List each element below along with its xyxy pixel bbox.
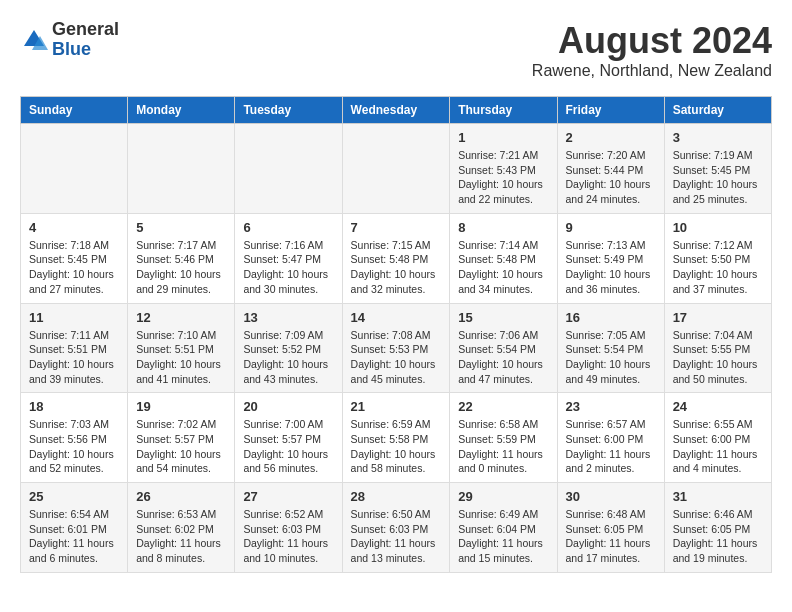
day-number: 27 xyxy=(243,489,333,504)
calendar-cell: 19Sunrise: 7:02 AM Sunset: 5:57 PM Dayli… xyxy=(128,393,235,483)
logo-blue-text: Blue xyxy=(52,39,91,59)
day-number: 15 xyxy=(458,310,548,325)
day-info: Sunrise: 6:50 AM Sunset: 6:03 PM Dayligh… xyxy=(351,507,442,566)
calendar-cell: 2Sunrise: 7:20 AM Sunset: 5:44 PM Daylig… xyxy=(557,124,664,214)
day-number: 7 xyxy=(351,220,442,235)
logo-text: General Blue xyxy=(52,20,119,60)
day-number: 20 xyxy=(243,399,333,414)
calendar-cell: 23Sunrise: 6:57 AM Sunset: 6:00 PM Dayli… xyxy=(557,393,664,483)
calendar-cell: 28Sunrise: 6:50 AM Sunset: 6:03 PM Dayli… xyxy=(342,483,450,573)
day-number: 11 xyxy=(29,310,119,325)
day-number: 6 xyxy=(243,220,333,235)
calendar-cell: 9Sunrise: 7:13 AM Sunset: 5:49 PM Daylig… xyxy=(557,213,664,303)
calendar-cell: 14Sunrise: 7:08 AM Sunset: 5:53 PM Dayli… xyxy=(342,303,450,393)
calendar-cell: 30Sunrise: 6:48 AM Sunset: 6:05 PM Dayli… xyxy=(557,483,664,573)
day-number: 12 xyxy=(136,310,226,325)
calendar-week-5: 25Sunrise: 6:54 AM Sunset: 6:01 PM Dayli… xyxy=(21,483,772,573)
day-info: Sunrise: 7:11 AM Sunset: 5:51 PM Dayligh… xyxy=(29,328,119,387)
calendar-cell: 8Sunrise: 7:14 AM Sunset: 5:48 PM Daylig… xyxy=(450,213,557,303)
day-number: 13 xyxy=(243,310,333,325)
day-number: 1 xyxy=(458,130,548,145)
day-number: 31 xyxy=(673,489,763,504)
calendar-cell: 5Sunrise: 7:17 AM Sunset: 5:46 PM Daylig… xyxy=(128,213,235,303)
calendar-week-4: 18Sunrise: 7:03 AM Sunset: 5:56 PM Dayli… xyxy=(21,393,772,483)
day-number: 8 xyxy=(458,220,548,235)
day-info: Sunrise: 6:59 AM Sunset: 5:58 PM Dayligh… xyxy=(351,417,442,476)
day-number: 28 xyxy=(351,489,442,504)
day-info: Sunrise: 7:18 AM Sunset: 5:45 PM Dayligh… xyxy=(29,238,119,297)
day-info: Sunrise: 7:13 AM Sunset: 5:49 PM Dayligh… xyxy=(566,238,656,297)
day-number: 19 xyxy=(136,399,226,414)
day-number: 16 xyxy=(566,310,656,325)
day-info: Sunrise: 6:46 AM Sunset: 6:05 PM Dayligh… xyxy=(673,507,763,566)
day-info: Sunrise: 6:49 AM Sunset: 6:04 PM Dayligh… xyxy=(458,507,548,566)
calendar-cell: 6Sunrise: 7:16 AM Sunset: 5:47 PM Daylig… xyxy=(235,213,342,303)
day-info: Sunrise: 6:55 AM Sunset: 6:00 PM Dayligh… xyxy=(673,417,763,476)
day-info: Sunrise: 7:12 AM Sunset: 5:50 PM Dayligh… xyxy=(673,238,763,297)
day-info: Sunrise: 6:58 AM Sunset: 5:59 PM Dayligh… xyxy=(458,417,548,476)
day-number: 24 xyxy=(673,399,763,414)
calendar-header-row: SundayMondayTuesdayWednesdayThursdayFrid… xyxy=(21,97,772,124)
day-info: Sunrise: 6:54 AM Sunset: 6:01 PM Dayligh… xyxy=(29,507,119,566)
header-monday: Monday xyxy=(128,97,235,124)
day-info: Sunrise: 7:02 AM Sunset: 5:57 PM Dayligh… xyxy=(136,417,226,476)
calendar-cell xyxy=(128,124,235,214)
main-title: August 2024 xyxy=(532,20,772,62)
day-info: Sunrise: 7:06 AM Sunset: 5:54 PM Dayligh… xyxy=(458,328,548,387)
calendar-week-1: 1Sunrise: 7:21 AM Sunset: 5:43 PM Daylig… xyxy=(21,124,772,214)
calendar-week-3: 11Sunrise: 7:11 AM Sunset: 5:51 PM Dayli… xyxy=(21,303,772,393)
day-info: Sunrise: 7:08 AM Sunset: 5:53 PM Dayligh… xyxy=(351,328,442,387)
day-number: 14 xyxy=(351,310,442,325)
calendar-cell: 31Sunrise: 6:46 AM Sunset: 6:05 PM Dayli… xyxy=(664,483,771,573)
day-info: Sunrise: 7:14 AM Sunset: 5:48 PM Dayligh… xyxy=(458,238,548,297)
calendar-cell: 10Sunrise: 7:12 AM Sunset: 5:50 PM Dayli… xyxy=(664,213,771,303)
day-number: 10 xyxy=(673,220,763,235)
calendar-cell: 21Sunrise: 6:59 AM Sunset: 5:58 PM Dayli… xyxy=(342,393,450,483)
day-info: Sunrise: 6:57 AM Sunset: 6:00 PM Dayligh… xyxy=(566,417,656,476)
calendar-cell xyxy=(21,124,128,214)
calendar-cell: 27Sunrise: 6:52 AM Sunset: 6:03 PM Dayli… xyxy=(235,483,342,573)
day-info: Sunrise: 7:09 AM Sunset: 5:52 PM Dayligh… xyxy=(243,328,333,387)
day-info: Sunrise: 7:10 AM Sunset: 5:51 PM Dayligh… xyxy=(136,328,226,387)
calendar-cell: 15Sunrise: 7:06 AM Sunset: 5:54 PM Dayli… xyxy=(450,303,557,393)
header-friday: Friday xyxy=(557,97,664,124)
day-number: 25 xyxy=(29,489,119,504)
day-number: 2 xyxy=(566,130,656,145)
page-header: General Blue August 2024 Rawene, Northla… xyxy=(20,20,772,80)
title-block: August 2024 Rawene, Northland, New Zeala… xyxy=(532,20,772,80)
calendar-cell: 12Sunrise: 7:10 AM Sunset: 5:51 PM Dayli… xyxy=(128,303,235,393)
calendar-cell: 18Sunrise: 7:03 AM Sunset: 5:56 PM Dayli… xyxy=(21,393,128,483)
header-saturday: Saturday xyxy=(664,97,771,124)
day-info: Sunrise: 7:20 AM Sunset: 5:44 PM Dayligh… xyxy=(566,148,656,207)
day-number: 3 xyxy=(673,130,763,145)
calendar-cell: 16Sunrise: 7:05 AM Sunset: 5:54 PM Dayli… xyxy=(557,303,664,393)
subtitle: Rawene, Northland, New Zealand xyxy=(532,62,772,80)
day-info: Sunrise: 7:21 AM Sunset: 5:43 PM Dayligh… xyxy=(458,148,548,207)
day-number: 26 xyxy=(136,489,226,504)
day-number: 18 xyxy=(29,399,119,414)
calendar-cell xyxy=(342,124,450,214)
calendar-week-2: 4Sunrise: 7:18 AM Sunset: 5:45 PM Daylig… xyxy=(21,213,772,303)
calendar-cell: 25Sunrise: 6:54 AM Sunset: 6:01 PM Dayli… xyxy=(21,483,128,573)
calendar-cell: 17Sunrise: 7:04 AM Sunset: 5:55 PM Dayli… xyxy=(664,303,771,393)
day-info: Sunrise: 7:19 AM Sunset: 5:45 PM Dayligh… xyxy=(673,148,763,207)
day-number: 21 xyxy=(351,399,442,414)
calendar-cell: 7Sunrise: 7:15 AM Sunset: 5:48 PM Daylig… xyxy=(342,213,450,303)
day-info: Sunrise: 6:48 AM Sunset: 6:05 PM Dayligh… xyxy=(566,507,656,566)
calendar-cell: 13Sunrise: 7:09 AM Sunset: 5:52 PM Dayli… xyxy=(235,303,342,393)
day-info: Sunrise: 6:53 AM Sunset: 6:02 PM Dayligh… xyxy=(136,507,226,566)
logo-general-text: General xyxy=(52,19,119,39)
day-info: Sunrise: 7:04 AM Sunset: 5:55 PM Dayligh… xyxy=(673,328,763,387)
header-wednesday: Wednesday xyxy=(342,97,450,124)
calendar-cell: 1Sunrise: 7:21 AM Sunset: 5:43 PM Daylig… xyxy=(450,124,557,214)
day-info: Sunrise: 7:00 AM Sunset: 5:57 PM Dayligh… xyxy=(243,417,333,476)
logo-icon xyxy=(20,26,48,54)
header-sunday: Sunday xyxy=(21,97,128,124)
day-info: Sunrise: 7:15 AM Sunset: 5:48 PM Dayligh… xyxy=(351,238,442,297)
day-number: 17 xyxy=(673,310,763,325)
day-info: Sunrise: 7:16 AM Sunset: 5:47 PM Dayligh… xyxy=(243,238,333,297)
day-number: 5 xyxy=(136,220,226,235)
calendar-cell: 22Sunrise: 6:58 AM Sunset: 5:59 PM Dayli… xyxy=(450,393,557,483)
day-info: Sunrise: 7:03 AM Sunset: 5:56 PM Dayligh… xyxy=(29,417,119,476)
calendar-cell: 4Sunrise: 7:18 AM Sunset: 5:45 PM Daylig… xyxy=(21,213,128,303)
